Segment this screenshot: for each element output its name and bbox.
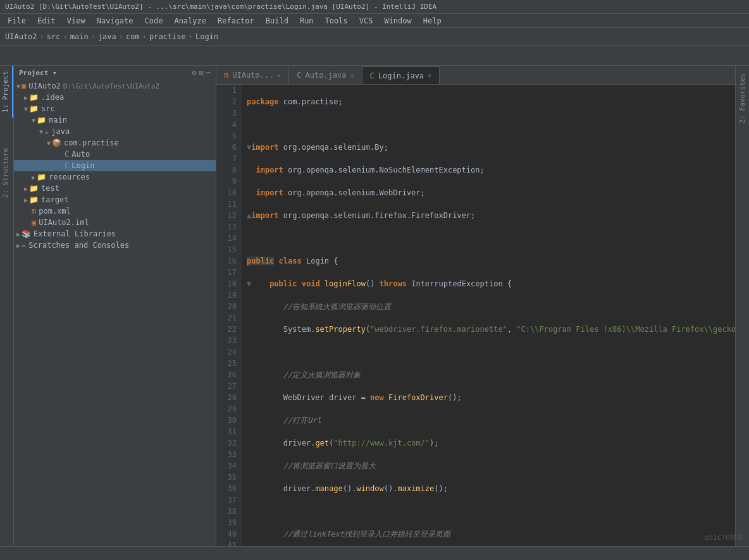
breadcrumb-separator: › xyxy=(63,32,68,41)
item-label: pom.xml xyxy=(39,207,71,216)
item-label: resources xyxy=(49,173,90,181)
editor-tabs-bar xyxy=(0,46,749,66)
gear-icon[interactable]: ⋯ xyxy=(206,68,211,77)
tree-item-target[interactable]: ▶ 📁 target xyxy=(14,194,216,205)
breadcrumb-separator: › xyxy=(91,32,96,41)
project-tree: Project ▾ ⚙ ⊞ ⋯ ▼ ▣ UIAuto2 D:\Git\AutoT… xyxy=(14,66,216,546)
item-label: com.practise xyxy=(64,138,119,147)
item-label: src xyxy=(41,104,55,113)
menu-item-navigate[interactable]: Navigate xyxy=(92,15,139,27)
sidebar-header: Project ▾ ⚙ ⊞ ⋯ xyxy=(14,66,216,80)
tree-item-auto[interactable]: C Auto xyxy=(14,149,216,160)
favorites-tab[interactable]: 2: Favorites xyxy=(737,68,748,128)
menu-item-analyze[interactable]: Analyze xyxy=(169,15,211,27)
tree-item-test[interactable]: ▶ 📁 test xyxy=(14,183,216,194)
menu-item-help[interactable]: Help xyxy=(418,15,447,27)
menu-item-file[interactable]: File xyxy=(3,15,31,27)
breadcrumb-java[interactable]: java xyxy=(98,32,116,41)
right-panel-tabs: 2: Favorites xyxy=(735,66,749,546)
close-icon[interactable]: × xyxy=(350,72,354,79)
project-tab[interactable]: 1: Project xyxy=(0,66,13,118)
close-icon[interactable]: × xyxy=(277,72,281,79)
tree-item-ext-libs[interactable]: ▶ 📚 External Libraries xyxy=(14,228,216,240)
item-label: Login xyxy=(71,161,94,170)
item-label: Scratches and Consoles xyxy=(28,241,129,250)
breadcrumb-separator: › xyxy=(119,32,123,41)
expand-icon[interactable]: ⊞ xyxy=(199,68,204,77)
sync-icon[interactable]: ⚙ xyxy=(192,68,196,77)
code-editor[interactable]: 1 2 3 4 5 6 7 8 9 10 11 12 13 14 15 16 1 xyxy=(216,85,735,546)
file-tabs: m UIAuto... × C Auto.java × C Login.java… xyxy=(216,66,735,85)
watermark: @51CTO博客 xyxy=(705,533,744,542)
tree-item-iml[interactable]: ▣ UIAuto2.iml xyxy=(14,217,216,228)
breadcrumb-separator: › xyxy=(40,32,44,41)
tree-item-java[interactable]: ▼ ☕ java xyxy=(14,126,216,137)
status-bar xyxy=(0,546,749,560)
menu-item-window[interactable]: Window xyxy=(379,15,416,27)
item-label: test xyxy=(41,184,59,193)
left-panel-tabs: 1: Project 2: Structure xyxy=(0,66,14,546)
app-layout: UIAuto2 [D:\Git\AutoTest\UIAuto2] - ...\… xyxy=(0,0,749,560)
item-label: External Libraries xyxy=(34,229,116,238)
item-label: .idea xyxy=(41,93,64,102)
breadcrumb-separator: › xyxy=(189,32,193,41)
sidebar-controls: ⚙ ⊞ ⋯ xyxy=(192,68,211,77)
breadcrumb-login[interactable]: Login xyxy=(195,32,218,41)
line-numbers: 1 2 3 4 5 6 7 8 9 10 11 12 13 14 15 16 1 xyxy=(216,85,242,546)
breadcrumb-bar: UIAuto2›src›main›java›com›practise›Login xyxy=(0,28,749,46)
item-label: UIAuto2 xyxy=(28,82,61,90)
item-label: java xyxy=(51,127,70,136)
title-text: UIAuto2 [D:\Git\AutoTest\UIAuto2] - ...\… xyxy=(5,3,436,11)
tree-item-login[interactable]: C Login xyxy=(14,160,216,171)
breadcrumb-com[interactable]: com xyxy=(126,32,140,41)
menu-item-edit[interactable]: Edit xyxy=(32,15,61,27)
sidebar-title: Project ▾ xyxy=(19,69,57,77)
menu-item-code[interactable]: Code xyxy=(140,15,168,27)
tree-item-pom[interactable]: m pom.xml xyxy=(14,205,216,217)
structure-tab[interactable]: 2: Structure xyxy=(0,143,13,203)
breadcrumb-src[interactable]: src xyxy=(47,32,61,41)
menu-item-view[interactable]: View xyxy=(62,15,90,27)
item-label: Auto xyxy=(71,150,90,159)
tree-item-package[interactable]: ▼ 📦 com.practise xyxy=(14,137,216,149)
title-bar: UIAuto2 [D:\Git\AutoTest\UIAuto2] - ...\… xyxy=(0,0,749,14)
code-content[interactable]: package com.practise; ▼import org.openqa… xyxy=(242,85,735,546)
tree-item-uiauto2[interactable]: ▼ ▣ UIAuto2 D:\Git\AutoTest\UIAuto2 xyxy=(14,80,216,92)
content-area: 1: Project 2: Structure Project ▾ ⚙ ⊞ ⋯ … xyxy=(0,66,749,546)
tab-uiauto[interactable]: m UIAuto... × xyxy=(216,66,289,84)
breadcrumb-main[interactable]: main xyxy=(70,32,89,41)
item-label: target xyxy=(41,195,68,204)
menu-item-tools[interactable]: Tools xyxy=(320,15,353,27)
menu-item-refactor[interactable]: Refactor xyxy=(213,15,259,27)
breadcrumb-practise[interactable]: practise xyxy=(149,32,186,41)
tree-item-main[interactable]: ▼ 📁 main xyxy=(14,114,216,126)
breadcrumb-separator: › xyxy=(142,32,147,41)
menu-bar: FileEditViewNavigateCodeAnalyzeRefactorB… xyxy=(0,14,749,28)
menu-item-build[interactable]: Build xyxy=(261,15,294,27)
tree-item-idea[interactable]: ▶ 📁 .idea xyxy=(14,92,216,103)
breadcrumb-uiauto2[interactable]: UIAuto2 xyxy=(5,32,37,41)
tab-login[interactable]: C Login.java × xyxy=(362,66,440,84)
menu-item-run[interactable]: Run xyxy=(295,15,319,27)
tab-auto[interactable]: C Auto.java × xyxy=(289,66,362,84)
tree-item-src[interactable]: ▼ 📁 src xyxy=(14,103,216,114)
tree-item-resources[interactable]: ▶ 📁 resources xyxy=(14,171,216,183)
item-label: UIAuto2.iml xyxy=(39,218,89,227)
editor-area: m UIAuto... × C Auto.java × C Login.java… xyxy=(216,66,735,546)
menu-item-vcs[interactable]: VCS xyxy=(354,15,378,27)
tree-item-scratches[interactable]: ▶ ✏ Scratches and Consoles xyxy=(14,240,216,251)
item-label: main xyxy=(49,116,67,125)
close-icon[interactable]: × xyxy=(428,72,431,79)
